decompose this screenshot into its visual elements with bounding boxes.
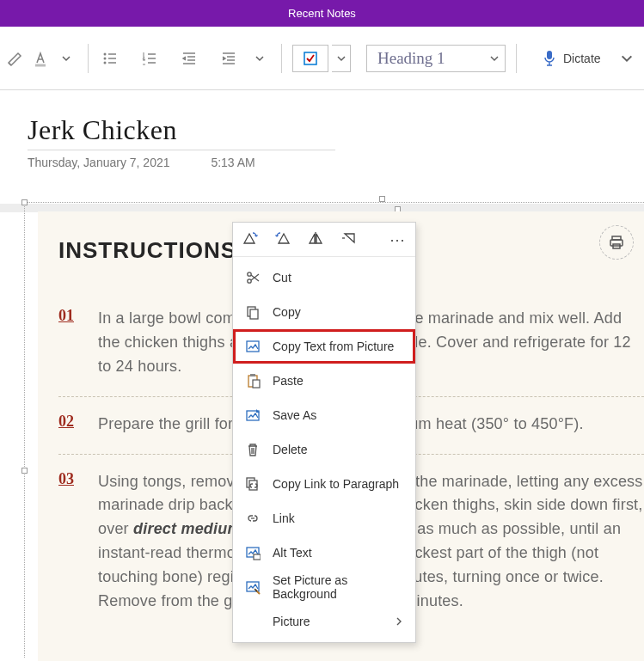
tags-dropdown[interactable] — [332, 45, 351, 72]
menu-item-label: Alt Text — [273, 546, 403, 560]
menu-item-paste[interactable]: Paste — [233, 364, 415, 398]
paragraph-dropdown[interactable] — [248, 47, 271, 70]
menu-item-label: Copy Link to Paragraph — [273, 477, 403, 491]
menu-item-picture-sub[interactable]: Picture — [233, 604, 415, 639]
menu-item-copy-text-pic[interactable]: Copy Text from Picture — [233, 329, 415, 364]
setbg-icon — [245, 579, 261, 595]
menu-item-label: Save As — [273, 408, 403, 422]
menu-item-label: Set Picture as Background — [273, 573, 403, 601]
printer-icon — [608, 234, 625, 251]
page-title[interactable]: Jerk Chicken — [28, 114, 644, 146]
bullet-list-button[interactable] — [99, 47, 121, 70]
menu-item-label: Cut — [273, 271, 403, 285]
trash-icon — [245, 442, 261, 457]
menu-item-alt-text[interactable]: Alt Text — [233, 536, 415, 570]
paste-icon — [245, 373, 261, 389]
page-meta: Thursday, January 7, 2021 5:13 AM — [28, 156, 644, 169]
svg-rect-20 — [547, 51, 552, 59]
menu-item-label: Paste — [273, 374, 403, 388]
linkcopy-icon — [245, 476, 261, 492]
recipe-step-number: 01 — [58, 307, 81, 379]
font-color-dropdown[interactable] — [55, 47, 77, 70]
menu-item-save-as[interactable]: Save As — [233, 398, 415, 432]
svg-point-4 — [104, 61, 107, 64]
resize-handle-n[interactable] — [379, 196, 385, 202]
rotate-right-button[interactable] — [242, 230, 259, 248]
menu-item-set-bg[interactable]: Set Picture as Background — [233, 570, 415, 604]
svg-point-24 — [248, 279, 251, 283]
ribbon-toolbar: Heading 1 Dictate — [0, 27, 644, 90]
svg-point-25 — [248, 272, 251, 276]
note-page: Jerk Chicken Thursday, January 7, 2021 5… — [0, 90, 644, 169]
alttext-icon — [245, 545, 261, 560]
page-time: 5:13 AM — [211, 156, 255, 169]
recipe-step-number: 03 — [58, 470, 81, 614]
title-underline — [28, 150, 335, 150]
menu-item-label: Copy — [273, 305, 403, 319]
menu-item-copy-link-para[interactable]: Copy Link to Paragraph — [233, 467, 415, 501]
menu-item-label: Delete — [273, 443, 403, 456]
style-select-value: Heading 1 — [377, 49, 445, 68]
dictate-button[interactable]: Dictate — [543, 50, 634, 67]
chevron-down-icon — [620, 50, 634, 67]
menu-item-label: Picture — [273, 615, 383, 628]
picture-mini-toolbar: ⋯ — [233, 223, 415, 257]
menu-item-delete[interactable]: Delete — [233, 432, 415, 467]
menu-item-link[interactable]: Link — [233, 501, 415, 536]
resize-handle-nw[interactable] — [21, 199, 28, 205]
indent-button[interactable] — [218, 47, 240, 70]
svg-point-3 — [104, 57, 107, 59]
saveas-icon — [245, 407, 261, 423]
numbered-list-button[interactable] — [138, 47, 161, 70]
menu-item-label: Copy Text from Picture — [273, 340, 403, 353]
svg-rect-19 — [304, 52, 316, 64]
svg-rect-30 — [250, 374, 255, 376]
page-date: Thursday, January 7, 2021 — [28, 156, 170, 169]
svg-rect-37 — [254, 554, 261, 560]
dictate-label: Dictate — [563, 52, 601, 65]
svg-rect-27 — [250, 309, 258, 319]
svg-rect-22 — [610, 240, 623, 246]
clear-formatting-button[interactable] — [3, 47, 26, 70]
copypic-icon — [245, 339, 261, 354]
flip-horizontal-button[interactable] — [307, 230, 324, 248]
print-button[interactable] — [599, 225, 634, 260]
window-title-bar: Recent Notes — [0, 0, 644, 27]
todo-tag-button[interactable] — [292, 45, 328, 72]
font-color-button[interactable] — [29, 47, 52, 70]
menu-item-label: Link — [273, 511, 403, 525]
recipe-step-number: 02 — [58, 413, 81, 437]
blank-icon — [245, 614, 261, 629]
link-icon — [245, 511, 261, 526]
svg-rect-31 — [253, 380, 260, 388]
style-select[interactable]: Heading 1 — [366, 45, 506, 72]
flip-vertical-button[interactable] — [340, 230, 357, 248]
context-menu: CutCopyCopy Text from PicturePasteSave A… — [233, 257, 415, 642]
window-title: Recent Notes — [288, 7, 356, 20]
svg-point-2 — [104, 52, 107, 55]
outdent-button[interactable] — [178, 47, 200, 70]
picture-context-popup: ⋯ CutCopyCopy Text from PicturePasteSave… — [232, 222, 416, 643]
copy-icon — [245, 304, 261, 320]
microphone-icon — [543, 50, 556, 67]
menu-item-copy[interactable]: Copy — [233, 295, 415, 329]
chevron-right-icon — [395, 615, 403, 628]
resize-handle-w[interactable] — [21, 468, 28, 474]
scissors-icon — [245, 270, 261, 285]
menu-item-cut[interactable]: Cut — [233, 260, 415, 295]
rotate-left-button[interactable] — [274, 230, 291, 248]
